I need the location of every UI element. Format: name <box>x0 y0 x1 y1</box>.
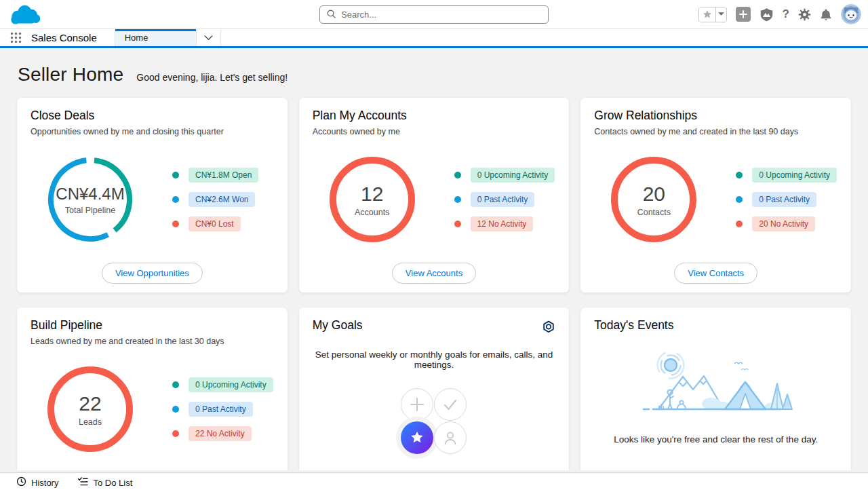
legend-dot-icon <box>454 221 461 227</box>
chart-legend: 0 Upcoming Activity 0 Past Activity 22 N… <box>172 377 273 441</box>
contacts-donut-chart: 20 Contacts <box>609 155 698 244</box>
tab-dropdown-button[interactable] <box>197 29 221 46</box>
card-title: Today's Events <box>594 318 837 333</box>
setup-gear-button[interactable] <box>798 8 811 21</box>
view-contacts-button[interactable]: View Contacts <box>674 263 757 284</box>
tab-home-label: Home <box>125 33 149 43</box>
card-build-pipeline: Build Pipeline Leads owned by me and cre… <box>16 307 288 470</box>
legend-dot-icon <box>172 430 179 437</box>
events-empty-text: Looks like you're free and clear the res… <box>594 434 837 444</box>
legend-dot-icon <box>736 172 743 178</box>
help-button[interactable]: ? <box>783 7 789 21</box>
app-navbar: Sales Console Home <box>0 29 868 48</box>
legend-badge: CN¥0 Lost <box>189 216 241 231</box>
legend-dot-icon <box>172 406 179 413</box>
view-accounts-button[interactable]: View Accounts <box>392 263 476 284</box>
camping-illustration <box>594 347 837 418</box>
todo-list-utility-button[interactable]: To Do List <box>69 473 140 492</box>
donut-value: 20 <box>643 183 665 206</box>
chart-legend: CN¥1.8M Open CN¥2.6M Won CN¥0 Lost <box>172 168 258 231</box>
task-list-icon <box>77 476 88 489</box>
legend-badge: 0 Upcoming Activity <box>752 168 837 183</box>
legend-badge: 0 Past Activity <box>471 192 535 207</box>
search-icon <box>327 9 336 21</box>
card-subtitle: Opportunities owned by me and closing th… <box>31 127 274 136</box>
legend-badge: CN¥1.8M Open <box>189 168 258 183</box>
card-title: Build Pipeline <box>31 318 274 333</box>
chart-row: 20 Contacts 0 Upcoming Activity 0 Past A… <box>594 155 837 244</box>
goals-description: Set personal weekly or monthly goals for… <box>313 349 556 370</box>
plus-circle-icon <box>401 388 433 421</box>
legend-item: 0 Upcoming Activity <box>736 168 837 183</box>
donut-center: CN¥4.4M Total Pipeline <box>45 155 135 244</box>
legend-item: CN¥2.6M Won <box>172 192 258 207</box>
legend-dot-icon <box>454 196 461 203</box>
card-my-goals: My Goals Set personal weekly or monthly … <box>298 307 570 470</box>
legend-dot-icon <box>172 221 179 227</box>
legend-item: CN¥1.8M Open <box>172 168 258 183</box>
chart-row: CN¥4.4M Total Pipeline CN¥1.8M Open CN¥2… <box>31 155 274 244</box>
donut-center: 20 Contacts <box>609 155 698 244</box>
legend-dot-icon <box>454 172 461 178</box>
pipeline-donut-chart: CN¥4.4M Total Pipeline <box>45 155 135 244</box>
card-subtitle: Leads owned by me and created in the las… <box>31 337 274 346</box>
leads-donut-chart: 22 Leads <box>45 364 135 454</box>
chart-row: 12 Accounts 0 Upcoming Activity 0 Past A… <box>313 155 556 244</box>
legend-badge: CN¥2.6M Won <box>189 192 255 207</box>
salesforce-logo <box>8 3 42 30</box>
favorites-star-button[interactable] <box>699 7 716 22</box>
card-plan-my-accounts: Plan My Accounts Accounts owned by me 12… <box>298 97 570 293</box>
card-subtitle: Accounts owned by me <box>313 127 556 136</box>
legend-item: 22 No Activity <box>172 426 273 441</box>
chart-legend: 0 Upcoming Activity 0 Past Activity 12 N… <box>454 168 555 231</box>
legend-dot-icon <box>172 196 179 203</box>
card-title: Close Deals <box>31 109 274 123</box>
card-footer: View Accounts <box>313 263 556 284</box>
legend-item: 12 No Activity <box>454 216 555 231</box>
cards-grid: Close Deals Opportunities owned by me an… <box>16 97 852 470</box>
view-opportunities-button[interactable]: View Opportunities <box>102 263 203 284</box>
chart-legend: 0 Upcoming Activity 0 Past Activity 20 N… <box>736 168 837 231</box>
card-todays-events: Today's Events <box>580 307 852 470</box>
donut-value: 12 <box>361 183 383 206</box>
legend-badge: 0 Past Activity <box>189 402 253 417</box>
legend-dot-icon <box>736 221 743 227</box>
card-grow-relationships: Grow Relationships Contacts owned by me … <box>580 97 852 293</box>
donut-center: 12 Accounts <box>328 155 417 244</box>
check-circle-icon <box>434 388 467 421</box>
legend-badge: 0 Past Activity <box>752 192 816 207</box>
legend-dot-icon <box>172 381 179 388</box>
greeting-text: Good evening, lijia. Let's get selling! <box>136 72 288 83</box>
chart-row: 22 Leads 0 Upcoming Activity 0 Past Acti… <box>31 364 274 454</box>
history-utility-button[interactable]: History <box>8 473 66 492</box>
legend-badge: 0 Upcoming Activity <box>471 168 555 183</box>
legend-item: 0 Upcoming Activity <box>454 168 555 183</box>
card-footer: View Contacts <box>594 263 837 284</box>
goals-illustration <box>380 388 488 464</box>
legend-badge: 12 No Activity <box>471 216 534 231</box>
card-title: Grow Relationships <box>594 109 837 123</box>
donut-label: Accounts <box>355 208 389 217</box>
main-content: Seller Home Good evening, lijia. Let's g… <box>0 48 868 470</box>
legend-badge: 22 No Activity <box>189 426 252 441</box>
donut-center: 22 Leads <box>45 364 135 454</box>
utility-bar: History To Do List <box>0 472 868 492</box>
accounts-donut-chart: 12 Accounts <box>328 155 417 244</box>
global-actions-button[interactable] <box>736 7 751 22</box>
favorites-group <box>698 7 727 22</box>
legend-item: 0 Past Activity <box>454 192 555 207</box>
tab-home[interactable]: Home <box>115 29 197 46</box>
page-title: Seller Home <box>18 64 123 86</box>
guidance-center-button[interactable] <box>760 7 774 22</box>
notifications-bell-button[interactable] <box>820 8 832 21</box>
legend-item: 0 Past Activity <box>172 402 273 417</box>
legend-item: 0 Past Activity <box>736 192 837 207</box>
user-avatar[interactable] <box>841 4 861 24</box>
search-input[interactable] <box>341 10 541 20</box>
favorites-caret-button[interactable] <box>716 7 726 22</box>
legend-badge: 20 No Activity <box>752 216 815 231</box>
goal-settings-icon[interactable] <box>542 320 555 337</box>
legend-item: CN¥0 Lost <box>172 216 258 231</box>
app-launcher-button[interactable] <box>0 29 31 46</box>
legend-dot-icon <box>172 172 179 178</box>
